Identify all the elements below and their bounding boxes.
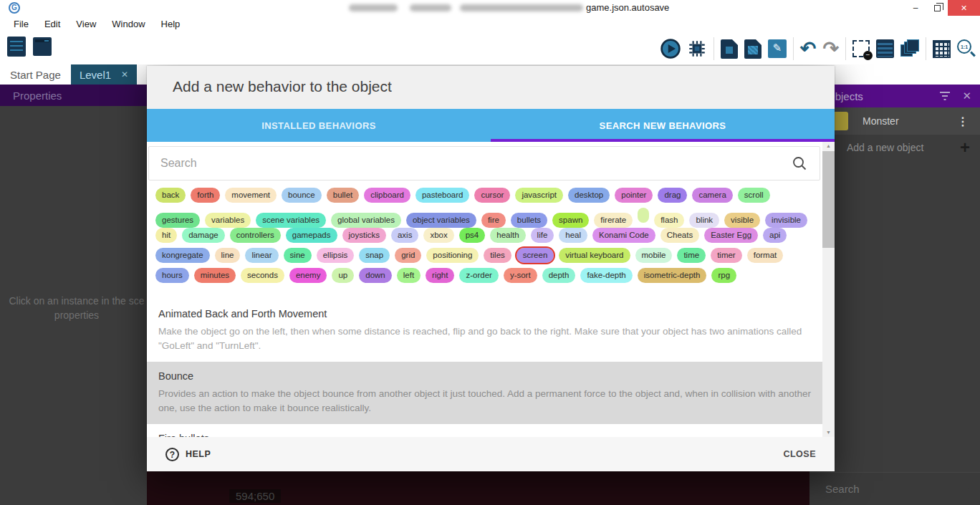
scrollbar-down-arrow[interactable]: ▼	[822, 428, 835, 437]
tag-chip-camera[interactable]: camera	[692, 188, 732, 203]
tag-chip-gestures[interactable]: gestures	[155, 213, 200, 228]
objects-document-icon[interactable]	[744, 39, 762, 59]
tag-chip-rpg[interactable]: rpg	[711, 268, 736, 283]
tag-chip-gamepads[interactable]: gamepads	[286, 228, 337, 243]
export-project-icon[interactable]	[721, 39, 738, 59]
tag-chip-unnamed[interactable]	[638, 208, 649, 223]
help-button[interactable]: ? HELP	[165, 448, 211, 461]
tag-chip-api[interactable]: api	[763, 228, 787, 243]
tag-chip-spawn[interactable]: spawn	[552, 213, 589, 228]
tag-chip-snap[interactable]: snap	[359, 248, 390, 263]
behavior-search-input[interactable]	[149, 157, 792, 170]
behavior-item-fire-bullets[interactable]: Fire bulletsAllow the object to fire bul…	[147, 424, 823, 437]
tag-chip-format[interactable]: format	[747, 248, 784, 263]
tag-chip-kongregate[interactable]: kongregate	[155, 248, 210, 263]
tag-chip-enemy[interactable]: enemy	[289, 268, 327, 283]
tag-chip-bullet[interactable]: bullet	[327, 188, 360, 203]
tag-chip-bullets[interactable]: bullets	[511, 213, 547, 228]
tag-chip-firerate[interactable]: firerate	[594, 213, 633, 228]
tag-chip-object-variables[interactable]: object variables	[406, 213, 476, 228]
object-row-monster[interactable]: Monster ⋮	[810, 107, 980, 135]
edit-scene-icon[interactable]: ✎	[768, 39, 787, 58]
tag-chip-heal[interactable]: heal	[559, 228, 587, 243]
objects-search-input[interactable]	[810, 483, 968, 495]
grid-icon[interactable]	[933, 40, 951, 58]
tag-chip-pasteboard[interactable]: pasteboard	[415, 188, 470, 203]
tag-chip-screen[interactable]: screen	[517, 248, 554, 263]
tag-chip-y-sort[interactable]: y-sort	[504, 268, 537, 283]
instances-list-icon[interactable]	[876, 39, 894, 58]
tag-chip-scene-variables[interactable]: scene variables	[256, 213, 326, 228]
delete-selection-icon[interactable]: −	[852, 40, 870, 57]
tag-chip-grid[interactable]: grid	[395, 248, 421, 263]
tab-level1[interactable]: Level1 ✕	[71, 64, 137, 85]
scrollbar-thumb[interactable]	[822, 151, 835, 248]
objects-panel-close-icon[interactable]: ✕	[962, 90, 971, 102]
tag-chip-pointer[interactable]: pointer	[615, 188, 653, 203]
tag-chip-time[interactable]: time	[677, 248, 706, 263]
tag-chip-damage[interactable]: damage	[182, 228, 225, 243]
tag-chip-global-variables[interactable]: global variables	[331, 213, 401, 228]
tag-chip-sine[interactable]: sine	[284, 248, 312, 263]
tag-chip-fake-depth[interactable]: fake-depth	[580, 268, 632, 283]
tag-chip-isometric-depth[interactable]: isometric-depth	[638, 268, 707, 283]
tag-chip-axis[interactable]: axis	[391, 228, 418, 243]
layers-icon[interactable]	[900, 39, 919, 58]
tag-chip-javascript[interactable]: javascript	[515, 188, 563, 203]
tag-chip-cheats[interactable]: Cheats	[660, 228, 699, 243]
tag-chip-down[interactable]: down	[359, 268, 392, 283]
object-menu-icon[interactable]: ⋮	[957, 115, 969, 128]
menu-window[interactable]: Window	[104, 19, 153, 29]
tag-chip-left[interactable]: left	[397, 268, 421, 283]
tag-chip-controllers[interactable]: controllers	[230, 228, 281, 243]
project-manager-icon[interactable]	[7, 37, 26, 57]
tab-start-page[interactable]: Start Page	[0, 64, 71, 85]
tag-chip-variables[interactable]: variables	[205, 213, 251, 228]
close-window-button[interactable]: ✕	[948, 0, 980, 16]
tag-chip-z-order[interactable]: z-order	[459, 268, 498, 283]
tag-chip-back[interactable]: back	[155, 188, 186, 203]
scrollbar-up-arrow[interactable]: ▲	[822, 142, 835, 150]
tag-chip-hours[interactable]: hours	[155, 268, 189, 283]
tag-chip-life[interactable]: life	[531, 228, 554, 243]
tag-chip-up[interactable]: up	[332, 268, 354, 283]
dialog-scrollbar[interactable]: ▲ ▼	[822, 142, 835, 437]
tag-chip-blink[interactable]: blink	[689, 213, 719, 228]
tag-chip-tiles[interactable]: tiles	[484, 248, 511, 263]
tag-chip-forth[interactable]: forth	[191, 188, 220, 203]
menu-help[interactable]: Help	[153, 19, 188, 29]
tag-chip-movement[interactable]: movement	[225, 188, 277, 203]
tag-chip-visible[interactable]: visible	[724, 213, 760, 228]
menu-file[interactable]: File	[6, 19, 37, 29]
tag-chip-scroll[interactable]: scroll	[738, 188, 770, 203]
debug-icon[interactable]	[687, 39, 707, 59]
tag-chip-flash[interactable]: flash	[654, 213, 684, 228]
tag-chip-konami-code[interactable]: Konami Code	[592, 228, 655, 243]
tag-chip-right[interactable]: right	[426, 268, 454, 283]
tag-chip-timer[interactable]: timer	[711, 248, 742, 263]
tag-chip-joysticks[interactable]: joysticks	[342, 228, 386, 243]
tag-chip-line[interactable]: line	[215, 248, 241, 263]
minimize-button[interactable]: –	[905, 0, 926, 16]
menu-edit[interactable]: Edit	[37, 19, 68, 29]
tag-chip-invisible[interactable]: invisible	[765, 213, 807, 228]
plus-icon[interactable]: +	[960, 138, 970, 158]
tag-chip-easter-egg[interactable]: Easter Egg	[704, 228, 758, 243]
menu-view[interactable]: View	[68, 19, 104, 29]
tag-chip-depth[interactable]: depth	[542, 268, 576, 283]
tag-chip-seconds[interactable]: seconds	[241, 268, 284, 283]
close-dialog-button[interactable]: CLOSE	[783, 449, 816, 459]
tab-installed-behaviors[interactable]: INSTALLED BEHAVIORS	[147, 109, 491, 142]
tab-close-icon[interactable]: ✕	[121, 69, 128, 80]
tag-chip-health[interactable]: health	[490, 228, 525, 243]
tag-chip-clipboard[interactable]: clipboard	[364, 188, 410, 203]
tag-chip-minutes[interactable]: minutes	[194, 268, 236, 283]
tag-chip-hit[interactable]: hit	[155, 228, 177, 243]
add-object-row[interactable]: Add a new object +	[810, 135, 980, 160]
tag-chip-linear[interactable]: linear	[245, 248, 278, 263]
play-preview-icon[interactable]	[660, 39, 681, 59]
tag-chip-ellipsis[interactable]: ellipsis	[317, 248, 355, 263]
tag-chip-desktop[interactable]: desktop	[568, 188, 610, 203]
tab-search-new-behaviors[interactable]: SEARCH NEW BEHAVIORS	[491, 109, 835, 142]
filter-icon[interactable]	[939, 92, 951, 100]
